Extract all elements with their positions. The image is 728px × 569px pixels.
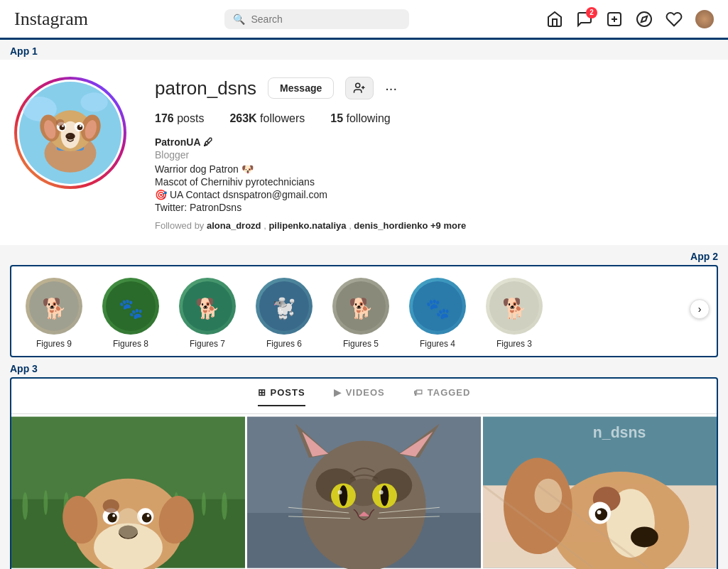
post-image-3: n_dsns	[483, 414, 717, 569]
profile-section: patron_dsns Message ··· 176 posts 263K f…	[0, 60, 728, 245]
profile-photo	[19, 82, 121, 184]
svg-point-63	[147, 514, 150, 517]
svg-text:🐕: 🐕	[349, 297, 374, 320]
tab-tagged[interactable]: 🏷 TAGGED	[413, 387, 471, 405]
svg-point-61	[142, 513, 152, 523]
posts-section: ⊞ POSTS ▶ VIDEOS 🏷 TAGGED	[10, 377, 718, 569]
bio-name: PatronUA 🖊	[155, 136, 714, 148]
profile-avatar-wrap	[14, 77, 126, 189]
svg-point-62	[112, 514, 115, 517]
app1-label: App 1	[0, 40, 728, 60]
search-icon: 🔍	[233, 13, 245, 25]
svg-point-45	[22, 492, 28, 520]
svg-point-65	[116, 508, 141, 538]
instagram-logo: Instagram	[14, 9, 88, 30]
app2-label: App 2	[0, 245, 728, 265]
more-options-button[interactable]: ···	[385, 80, 397, 97]
tag-icon: 🏷	[413, 387, 423, 398]
svg-point-3	[637, 12, 651, 26]
bio-line3: 🎯 UA Contact dsnspatron@gmail.com	[155, 189, 714, 200]
svg-text:🐕: 🐕	[42, 297, 67, 320]
svg-point-95	[595, 508, 607, 520]
svg-point-97	[631, 526, 658, 547]
follower-link-3[interactable]: denis_hordienko	[354, 220, 430, 231]
followed-by: Followed by alona_drozd , pilipenko.nata…	[155, 220, 714, 231]
svg-point-53	[222, 492, 227, 520]
add-post-button[interactable]	[606, 11, 623, 28]
bio-line4: Twitter: PatronDsns	[155, 202, 714, 213]
message-button[interactable]: Message	[268, 77, 334, 99]
app3-label: App 3	[0, 357, 728, 377]
svg-text:🐕: 🐕	[502, 297, 527, 320]
search-bar[interactable]: 🔍	[224, 9, 409, 29]
svg-point-82	[379, 490, 384, 494]
highlight-item[interactable]: 🐕 Figures 9	[18, 278, 89, 349]
followers-stat: 263K followers	[229, 112, 305, 125]
stats-row: 176 posts 263K followers 15 following	[155, 112, 714, 125]
highlights-container: 🐕 Figures 9 🐾 Figures 8 🐕 Figures 7 🐩	[18, 278, 550, 349]
grid-icon: ⊞	[258, 387, 266, 398]
highlight-item[interactable]: 🐕 Figures 5	[325, 278, 396, 349]
home-nav-button[interactable]	[546, 11, 563, 28]
profile-avatar-ring	[14, 77, 126, 189]
svg-point-26	[356, 83, 360, 87]
highlight-item[interactable]: 🐕 Figures 7	[172, 278, 243, 349]
activity-button[interactable]	[665, 11, 683, 28]
svg-point-25	[56, 119, 65, 126]
svg-text:🐾: 🐾	[425, 297, 450, 320]
notification-badge: 2	[586, 7, 597, 18]
nav-icons: 2	[546, 10, 714, 28]
svg-point-23	[65, 133, 75, 140]
bio-category: Blogger	[155, 149, 714, 161]
header: Instagram 🔍 2	[0, 0, 728, 40]
svg-text:🐕: 🐕	[195, 297, 220, 320]
highlight-item[interactable]: 🐾 Figures 4	[402, 278, 473, 349]
highlights-section: 🐕 Figures 9 🐾 Figures 8 🐕 Figures 7 🐩	[10, 265, 718, 357]
follower-link-1[interactable]: alona_drozd	[207, 220, 264, 231]
post-item[interactable]: n_dsns	[483, 414, 717, 569]
svg-text:🐩: 🐩	[272, 297, 297, 320]
svg-point-24	[67, 134, 70, 136]
svg-point-96	[597, 510, 602, 514]
post-item[interactable]	[247, 414, 481, 569]
svg-point-60	[107, 513, 117, 523]
profile-info: patron_dsns Message ··· 176 posts 263K f…	[155, 77, 714, 231]
svg-point-66	[103, 499, 119, 513]
highlight-item[interactable]: 🐾 Figures 8	[95, 278, 166, 349]
svg-point-99	[535, 479, 563, 513]
search-input[interactable]	[251, 13, 401, 25]
svg-text:n_dsns: n_dsns	[593, 424, 646, 441]
more-followers-link[interactable]: +9 more	[430, 220, 466, 231]
highlight-item[interactable]: 🐩 Figures 6	[249, 278, 320, 349]
svg-point-80	[381, 485, 389, 506]
post-image-1	[11, 414, 245, 569]
svg-marker-4	[641, 16, 647, 21]
profile-avatar-nav[interactable]	[695, 10, 714, 28]
svg-point-22	[80, 125, 82, 127]
profile-username: patron_dsns	[155, 77, 256, 99]
posts-tabs: ⊞ POSTS ▶ VIDEOS 🏷 TAGGED	[11, 379, 717, 414]
svg-point-79	[339, 485, 348, 506]
tab-videos[interactable]: ▶ VIDEOS	[334, 387, 385, 405]
video-icon: ▶	[334, 387, 342, 398]
profile-top-row: patron_dsns Message ···	[155, 77, 714, 99]
bio-line2: Mascot of Chernihiv pyrotechnicians	[155, 176, 714, 188]
following-stat: 15 following	[330, 112, 391, 125]
tab-posts[interactable]: ⊞ POSTS	[258, 387, 305, 406]
messages-nav-button[interactable]: 2	[576, 11, 593, 28]
svg-point-46	[43, 490, 48, 515]
highlights-next-button[interactable]: ›	[690, 299, 710, 319]
follow-person-button[interactable]	[345, 77, 374, 99]
post-image-2	[247, 414, 481, 569]
highlight-item[interactable]: 🐕 Figures 3	[479, 278, 550, 349]
follower-link-2[interactable]: pilipenko.nataliya	[268, 220, 349, 231]
add-person-icon	[353, 82, 366, 94]
post-item[interactable]	[11, 414, 245, 569]
svg-point-81	[338, 490, 342, 494]
profile-avatar-inner	[17, 80, 124, 186]
posts-grid: n_dsns	[11, 414, 717, 569]
explore-button[interactable]	[636, 11, 653, 28]
svg-point-52	[202, 492, 206, 516]
svg-point-7	[80, 92, 107, 112]
posts-stat: 176 posts	[155, 112, 204, 125]
